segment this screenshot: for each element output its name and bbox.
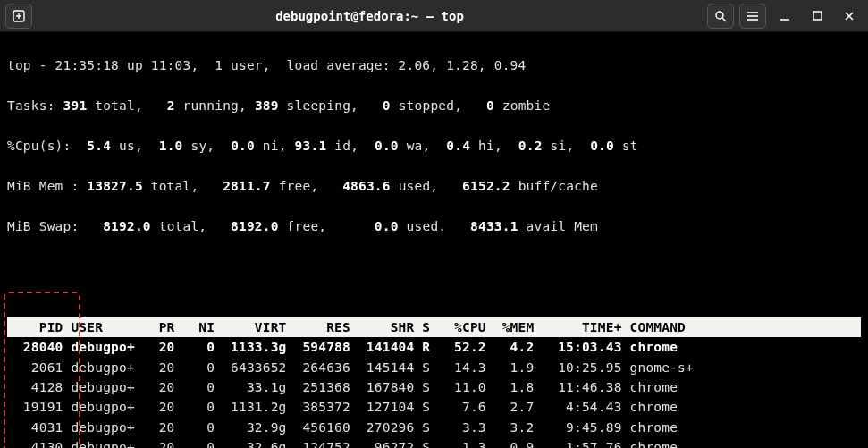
hamburger-icon xyxy=(746,11,759,21)
window-titlebar: debugpoint@fedora:~ — top xyxy=(0,0,868,32)
window-title: debugpoint@fedora:~ — top xyxy=(32,9,707,23)
search-icon xyxy=(714,10,727,22)
table-header-row: PID USER PR NI VIRT RES SHR S %CPU %MEM … xyxy=(7,317,861,337)
maximize-button[interactable] xyxy=(804,4,830,29)
new-tab-button[interactable] xyxy=(5,4,32,29)
summary-line-swap: MiB Swap: 8192.0 total, 8192.0 free, 0.0… xyxy=(7,216,861,236)
summary-line-tasks: Tasks: 391 total, 2 running, 389 sleepin… xyxy=(7,96,861,115)
table-row: 28040 debugpo+ 20 0 1133.3g 594788 14140… xyxy=(7,337,861,357)
close-icon xyxy=(844,11,855,21)
svg-point-3 xyxy=(716,12,723,19)
search-button[interactable] xyxy=(707,4,734,29)
minimize-button[interactable] xyxy=(771,4,798,29)
table-row: 19191 debugpo+ 20 0 1131.2g 385372 12710… xyxy=(7,397,861,417)
summary-line-uptime: top - 21:35:18 up 11:03, 1 user, load av… xyxy=(7,55,861,75)
menu-button[interactable] xyxy=(739,4,766,29)
summary-line-cpu: %Cpu(s): 5.4 us, 1.0 sy, 0.0 ni, 93.1 id… xyxy=(7,136,861,156)
table-row: 4130 debugpo+ 20 0 32.6g 124752 96272 S … xyxy=(7,437,861,448)
svg-line-4 xyxy=(722,18,726,21)
close-button[interactable] xyxy=(836,4,863,29)
table-row: 2061 debugpo+ 20 0 6433652 264636 145144… xyxy=(7,358,861,377)
maximize-icon xyxy=(813,11,822,21)
table-row: 4128 debugpo+ 20 0 33.1g 251368 167840 S… xyxy=(7,377,861,397)
svg-rect-9 xyxy=(813,12,822,20)
process-table: PID USER PR NI VIRT RES SHR S %CPU %MEM … xyxy=(7,297,861,448)
terminal-output[interactable]: top - 21:35:18 up 11:03, 1 user, load av… xyxy=(0,32,868,448)
summary-line-mem: MiB Mem : 13827.5 total, 2811.7 free, 48… xyxy=(7,176,861,196)
table-row: 4031 debugpo+ 20 0 32.9g 456160 270296 S… xyxy=(7,418,861,437)
minimize-icon xyxy=(780,11,790,21)
